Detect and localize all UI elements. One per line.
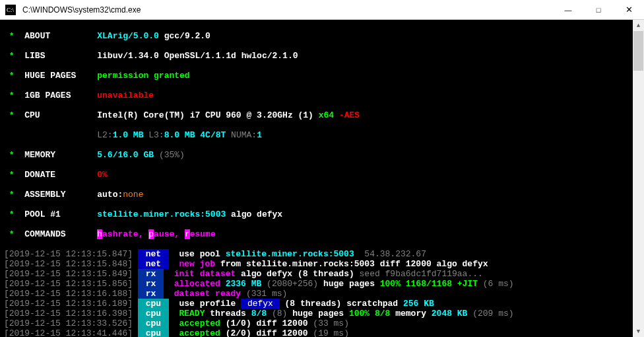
net-tag: net	[138, 249, 169, 259]
memory-label: MEMORY	[24, 150, 97, 160]
commands-label: COMMANDS	[24, 229, 97, 239]
scroll-thumb[interactable]	[633, 31, 643, 71]
cpu-x64: x64	[319, 110, 334, 120]
cpu-label: CPU	[24, 110, 97, 120]
terminal-output: * ABOUTXLArig/5.0.0 gcc/9.2.0 * LIBSlibu…	[0, 20, 644, 337]
log-line: [2019-12-15 12:13:41.446] cpu accepted (…	[4, 328, 640, 337]
libs-label: LIBS	[24, 51, 97, 61]
window-close-button[interactable]: ✕	[614, 0, 644, 20]
rx-tag: rx	[138, 269, 164, 279]
window-minimize-button[interactable]: —	[553, 0, 583, 20]
memory-pct: (35%)	[159, 150, 185, 160]
hugepages-value: permission granted	[97, 71, 189, 81]
onegb-value: unavailable	[97, 91, 154, 100]
onegb-label: 1GB PAGES	[24, 91, 97, 100]
cpu-tag: cpu	[138, 299, 169, 309]
about-gcc: gcc/9.2.0	[164, 31, 210, 41]
cmd-icon: C:\	[5, 5, 16, 15]
cpu-model: Intel(R) Core(TM) i7 CPU 960 @ 3.20GHz (…	[97, 110, 313, 120]
cpu-tag: cpu	[138, 328, 169, 337]
window-titlebar: C:\ C:\WINDOWS\system32\cmd.exe — □ ✕	[0, 0, 644, 20]
pool-label: POOL #1	[24, 209, 97, 219]
libs-value: libuv/1.34.0 OpenSSL/1.1.1d hwloc/2.1.0	[97, 51, 298, 61]
log-line: [2019-12-15 12:13:16.398] cpu READY thre…	[4, 309, 640, 318]
assembly-label: ASSEMBLY	[24, 190, 97, 200]
hugepages-label: HUGE PAGES	[24, 71, 97, 81]
scroll-down-icon[interactable]: ▼	[633, 326, 644, 337]
rx-tag: rx	[138, 279, 164, 289]
pool-value: stellite.miner.rocks:5003	[97, 209, 226, 219]
about-label: ABOUT	[24, 31, 97, 41]
log-line: [2019-12-15 12:13:16.189] cpu use profil…	[4, 299, 640, 309]
log-area: [2019-12-15 12:13:15.847] net use pool s…	[4, 249, 640, 337]
rx-tag: rx	[138, 289, 164, 299]
memory-value: 5.6/16.0 GB	[97, 150, 154, 160]
log-line: [2019-12-15 12:13:15.856] rx allocated 2…	[4, 279, 640, 289]
svg-text:C:\: C:\	[7, 7, 15, 13]
window-title: C:\WINDOWS\system32\cmd.exe	[21, 5, 553, 15]
net-tag: net	[138, 259, 169, 269]
cpu-aes: -AES	[339, 110, 360, 120]
vertical-scrollbar[interactable]: ▲ ▼	[633, 20, 644, 337]
cpu-tag: cpu	[138, 318, 169, 328]
log-line: [2019-12-15 12:13:15.849] rx init datase…	[4, 269, 640, 279]
window-maximize-button[interactable]: □	[583, 0, 614, 20]
log-line: [2019-12-15 12:13:33.526] cpu accepted (…	[4, 318, 640, 328]
log-line: [2019-12-15 12:13:15.847] net use pool s…	[4, 249, 640, 259]
donate-value: 0%	[97, 170, 108, 180]
log-line: [2019-12-15 12:13:16.188] rx dataset rea…	[4, 289, 640, 299]
cpu-tag: cpu	[138, 309, 169, 318]
scroll-up-icon[interactable]: ▲	[633, 20, 644, 31]
assembly-value: none	[123, 190, 143, 200]
about-name: XLArig/5.0.0	[97, 31, 159, 41]
donate-label: DONATE	[24, 170, 97, 180]
log-line: [2019-12-15 12:13:15.848] net new job fr…	[4, 259, 640, 269]
